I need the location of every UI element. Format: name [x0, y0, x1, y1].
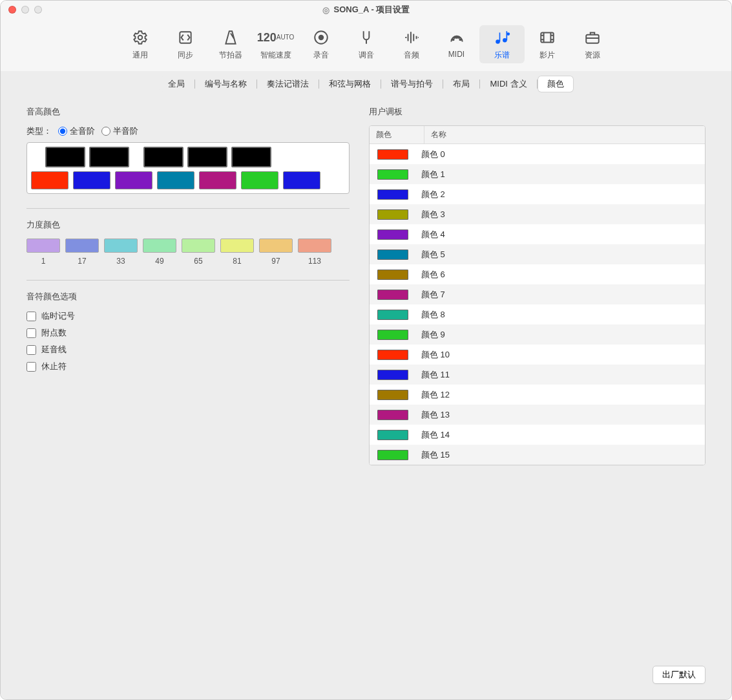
palette-name: 颜色 7 [421, 289, 445, 301]
tab-2[interactable]: 奏法记谱法 [258, 76, 318, 92]
smart-tempo-icon: 120AUTO [257, 28, 295, 47]
note-option[interactable]: 附点数 [26, 327, 350, 339]
palette-row[interactable]: 颜色 2 [370, 184, 705, 204]
toolbar-metronome[interactable]: 节拍器 [208, 25, 253, 63]
white-key[interactable] [157, 171, 194, 189]
tab-3[interactable]: 和弦与网格 [320, 76, 380, 92]
tab-0[interactable]: 全局 [159, 76, 194, 92]
velocity-swatch[interactable] [143, 239, 176, 253]
palette-row[interactable]: 颜色 0 [370, 144, 705, 164]
palette-swatch[interactable] [377, 149, 408, 160]
palette-row[interactable]: 颜色 1 [370, 164, 705, 184]
velocity-swatch[interactable] [298, 239, 331, 253]
palette-row[interactable]: 颜色 4 [370, 224, 705, 244]
palette-row[interactable]: 颜色 12 [370, 385, 705, 405]
velocity-swatch[interactable] [182, 239, 215, 253]
note-option[interactable]: 临时记号 [26, 310, 350, 322]
palette-row[interactable]: 颜色 14 [370, 425, 705, 445]
toolbar-smart-tempo[interactable]: 120AUTO 智能速度 [253, 25, 298, 63]
palette-swatch[interactable] [377, 330, 408, 340]
palette-swatch[interactable] [377, 410, 408, 420]
palette-row[interactable]: 颜色 3 [370, 204, 705, 224]
palette-row[interactable]: 颜色 15 [370, 445, 705, 465]
palette-swatch[interactable] [377, 430, 408, 440]
note-option[interactable]: 休止符 [26, 361, 350, 372]
note-color-options-heading: 音符颜色选项 [26, 291, 350, 302]
palette-swatch[interactable] [377, 189, 408, 200]
black-key[interactable] [89, 147, 129, 167]
factory-default-button[interactable]: 出厂默认 [653, 666, 706, 684]
palette-swatch[interactable] [377, 350, 408, 360]
toolbar-label: 同步 [178, 50, 193, 61]
tab-7[interactable]: 颜色 [538, 76, 573, 92]
velocity-swatch[interactable] [26, 239, 60, 253]
palette-row[interactable]: 颜色 11 [370, 365, 705, 385]
black-key[interactable] [45, 147, 85, 167]
palette-swatch[interactable] [377, 450, 408, 460]
palette-swatch[interactable] [377, 249, 408, 260]
palette-name: 颜色 13 [421, 409, 450, 421]
palette-row[interactable]: 颜色 8 [370, 304, 705, 324]
white-key[interactable] [241, 171, 278, 189]
toolbar-audio[interactable]: 音频 [389, 25, 434, 63]
tab-1[interactable]: 编号与名称 [196, 76, 256, 92]
white-key[interactable] [199, 171, 236, 189]
user-palette-table: 颜色 名称 颜色 0颜色 1颜色 2颜色 3颜色 4颜色 5颜色 6颜色 7颜色… [369, 125, 706, 465]
pitch-color-heading: 音高颜色 [26, 106, 350, 118]
radio-chromatic[interactable]: 半音阶 [101, 125, 138, 137]
palette-name: 颜色 0 [421, 149, 445, 160]
music-notes-icon [493, 28, 511, 47]
velocity-swatch[interactable] [104, 239, 138, 253]
tab-6[interactable]: MIDI 含义 [481, 76, 536, 92]
palette-swatch[interactable] [377, 270, 408, 280]
velocity-swatch[interactable] [259, 239, 293, 253]
white-key[interactable] [31, 171, 68, 189]
toolbar-general[interactable]: 通用 [118, 25, 163, 63]
velocity-swatch[interactable] [220, 239, 254, 253]
window-title: ◎ SONG_A - 项目设置 [1, 4, 731, 16]
toolbar-midi[interactable]: MIDI [434, 25, 479, 63]
velocity-value: 33 [104, 257, 138, 266]
black-key[interactable] [143, 147, 183, 167]
note-option[interactable]: 延音线 [26, 344, 350, 355]
palette-row[interactable]: 颜色 13 [370, 405, 705, 425]
toolbar-tuning[interactable]: 调音 [344, 25, 389, 63]
velocity-value: 49 [143, 257, 176, 266]
palette-row[interactable]: 颜色 5 [370, 244, 705, 264]
palette-swatch[interactable] [377, 290, 408, 300]
tuning-fork-icon [358, 28, 375, 47]
velocity-swatch[interactable] [65, 239, 99, 253]
toolbar-score[interactable]: 乐谱 [479, 25, 525, 63]
white-key[interactable] [115, 171, 152, 189]
palette-row[interactable]: 颜色 10 [370, 345, 705, 365]
svg-point-5 [455, 37, 457, 38]
toolbar-record[interactable]: 录音 [298, 25, 344, 63]
column-color[interactable]: 颜色 [370, 126, 424, 143]
white-key[interactable] [73, 171, 110, 189]
palette-row[interactable]: 颜色 9 [370, 324, 705, 345]
toolbar-sync[interactable]: 同步 [163, 25, 208, 63]
tab-5[interactable]: 布局 [444, 76, 479, 92]
toolbar-movie[interactable]: 影片 [525, 25, 570, 63]
midi-icon [448, 28, 465, 47]
pitch-keyboard[interactable] [26, 142, 350, 194]
svg-rect-15 [586, 35, 599, 43]
velocity-value: 97 [259, 257, 293, 266]
toolbar-assets[interactable]: 资源 [570, 25, 615, 63]
radio-diatonic[interactable]: 全音阶 [58, 125, 95, 137]
palette-swatch[interactable] [377, 169, 408, 180]
palette-swatch[interactable] [377, 370, 408, 380]
black-key[interactable] [187, 147, 227, 167]
palette-swatch[interactable] [377, 229, 408, 240]
palette-swatch[interactable] [377, 209, 408, 220]
palette-name: 颜色 8 [421, 309, 445, 321]
black-key[interactable] [231, 147, 271, 167]
white-key[interactable] [283, 171, 320, 189]
tab-4[interactable]: 谱号与拍号 [382, 76, 442, 92]
palette-swatch[interactable] [377, 310, 408, 320]
palette-row[interactable]: 颜色 7 [370, 284, 705, 304]
column-name[interactable]: 名称 [424, 126, 705, 143]
palette-row[interactable]: 颜色 6 [370, 264, 705, 284]
palette-swatch[interactable] [377, 390, 408, 400]
palette-name: 颜色 9 [421, 329, 445, 341]
